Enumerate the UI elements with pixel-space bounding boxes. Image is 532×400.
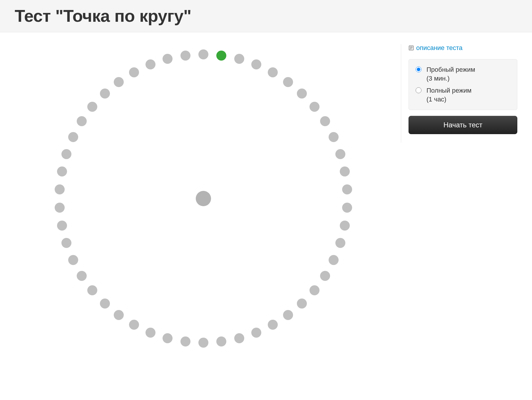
mode-panel: Пробный режим (3 мин.) Полный режим (1 ч… [409, 59, 517, 110]
circle-stage[interactable] [49, 44, 358, 353]
circle-dot [342, 184, 352, 194]
circle-dot [310, 102, 319, 112]
mode-label-stack: Полный режим (1 час) [426, 86, 471, 104]
circle-dot [55, 203, 65, 213]
circle-dot [268, 320, 278, 330]
circle-dot [340, 166, 350, 176]
description-link-text: описание теста [416, 44, 463, 52]
circle-dot [329, 255, 339, 265]
circle-dot [198, 49, 208, 59]
mode-option-trial[interactable]: Пробный режим (3 мин.) [414, 64, 512, 84]
circle-dot [114, 310, 124, 320]
description-icon [409, 45, 414, 51]
circle-dot [335, 149, 345, 159]
circle-dot [335, 238, 345, 248]
circle-dot [87, 102, 97, 112]
circle-dot [129, 320, 139, 330]
circle-dot [145, 328, 155, 338]
circle-dot [57, 221, 67, 231]
circle-dot [283, 310, 293, 320]
circle-dot [216, 51, 226, 61]
mode-label-trial: Пробный режим [426, 65, 475, 74]
circle-dot [268, 67, 278, 77]
mode-option-full[interactable]: Полный режим (1 час) [414, 84, 512, 105]
circle-dot [283, 77, 293, 87]
page-title: Тест "Точка по кругу" [15, 6, 517, 26]
circle-dot [198, 338, 208, 348]
circle-dot [251, 59, 261, 69]
circle-dot [77, 271, 87, 281]
circle-dot [77, 116, 87, 126]
circle-dot [251, 328, 261, 338]
circle-dot [340, 221, 350, 231]
mode-radio-full[interactable] [416, 87, 421, 93]
start-button[interactable]: Начать тест [409, 116, 517, 134]
stage-wrap [15, 44, 392, 353]
circle-dot [87, 285, 97, 295]
circle-dot [55, 184, 65, 194]
circle-dot [163, 333, 173, 343]
circle-dot [114, 77, 124, 87]
circle-dot [100, 89, 110, 99]
circle-dot [61, 149, 71, 159]
mode-radio-trial[interactable] [416, 66, 421, 72]
page-content: описание теста Пробный режим (3 мин.) По… [0, 32, 532, 371]
circle-dot [61, 238, 71, 248]
sidebar: описание теста Пробный режим (3 мин.) По… [401, 44, 517, 143]
circle-dot [216, 336, 226, 346]
circle-dot [234, 333, 244, 343]
circle-dot [320, 271, 330, 281]
circle-dot [129, 67, 139, 77]
circle-dot [297, 89, 307, 99]
circle-dot [234, 54, 244, 64]
mode-label-stack: Пробный режим (3 мин.) [426, 65, 475, 83]
circle-dot [342, 203, 352, 213]
center-dot [196, 191, 211, 206]
circle-dot [68, 255, 78, 265]
circle-dot [180, 51, 190, 61]
circle-dot [320, 116, 330, 126]
circle-dot [329, 132, 339, 142]
circle-dot [310, 285, 319, 295]
circle-dot [68, 132, 78, 142]
circle-dot [163, 54, 173, 64]
circle-dot [100, 299, 110, 309]
mode-duration-full: (1 час) [426, 95, 471, 104]
mode-label-full: Полный режим [426, 86, 471, 95]
mode-duration-trial: (3 мин.) [426, 74, 475, 83]
circle-dot [145, 59, 155, 69]
page-header: Тест "Точка по кругу" [0, 0, 532, 32]
description-link[interactable]: описание теста [409, 44, 517, 52]
circle-dot [297, 299, 307, 309]
circle-dot [180, 336, 190, 346]
circle-dot [57, 166, 67, 176]
